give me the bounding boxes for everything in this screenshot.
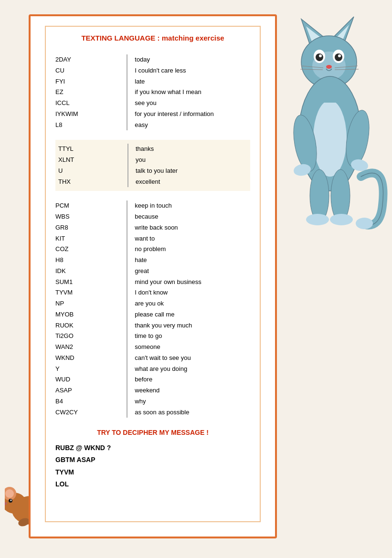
inner-border: TEXTING LANGUAGE : matching exercise 2DA… <box>45 26 261 522</box>
abbr-item: CU <box>55 65 119 76</box>
abbr-item: WKND <box>55 353 119 364</box>
abbr-item: FYI <box>55 76 119 87</box>
abbr-item: U <box>58 166 120 177</box>
meaning-item: why <box>135 396 250 407</box>
meaning-item: hate <box>135 255 250 266</box>
decipher-lines: RUBZ @ WKND ?GBTM ASAPTYVMLOL <box>55 442 250 490</box>
abbr-item: MYOB <box>55 309 119 320</box>
meaning-item: talk to you later <box>136 166 247 177</box>
abbr-item: ASAP <box>55 385 119 396</box>
section3-abbrs: PCMWBSGR8KITCOZH8IDKSUM1TYVMNPMYOBRUOKTi… <box>55 200 119 418</box>
abbr-item: 2DAY <box>55 54 119 65</box>
svg-point-27 <box>330 214 353 225</box>
section2-meanings: thanksyoutalk to you laterexcellent <box>136 144 247 187</box>
svg-point-32 <box>5 489 14 498</box>
abbr-item: Y <box>55 364 119 375</box>
meaning-item: no problem <box>135 244 250 255</box>
meaning-item: thanks <box>136 144 247 155</box>
meaning-item: great <box>135 266 250 277</box>
section3-meanings: keep in touchbecausewrite back soonwant … <box>135 200 250 418</box>
main-card: TEXTING LANGUAGE : matching exercise 2DA… <box>29 14 277 538</box>
meaning-item: mind your own business <box>135 277 250 288</box>
meaning-item: you <box>136 155 247 166</box>
abbr-item: ICCL <box>55 98 119 109</box>
svg-point-28 <box>356 218 373 229</box>
meaning-item: time to go <box>135 331 250 342</box>
abbr-item: GR8 <box>55 222 119 233</box>
abbr-item: XLNT <box>58 155 120 166</box>
abbr-item: TTYL <box>58 144 120 155</box>
meaning-item: easy <box>135 120 250 131</box>
meaning-item: want to <box>135 233 250 244</box>
meaning-item: what are you doing <box>135 364 250 375</box>
meaning-item: someone <box>135 342 250 353</box>
meaning-item: keep in touch <box>135 200 250 211</box>
section3: PCMWBSGR8KITCOZH8IDKSUM1TYVMNPMYOBRUOKTi… <box>55 197 250 421</box>
meaning-item: as soon as possible <box>135 407 250 418</box>
abbr-item: RUOK <box>55 320 119 331</box>
svg-point-12 <box>326 65 332 69</box>
svg-point-10 <box>319 54 322 57</box>
decipher-line: GBTM ASAP <box>55 454 250 466</box>
abbr-item: NP <box>55 298 119 309</box>
decipher-line: LOL <box>55 478 250 490</box>
page-wrapper: TEXTING LANGUAGE : matching exercise 2DA… <box>0 0 392 558</box>
cat-decoration <box>287 10 392 272</box>
meaning-item: weekend <box>135 385 250 396</box>
meaning-item: late <box>135 76 250 87</box>
svg-point-11 <box>338 54 341 57</box>
abbr-item: IDK <box>55 266 119 277</box>
meaning-item: I couldn't care less <box>135 65 250 76</box>
abbr-item: CW2CY <box>55 407 119 418</box>
meaning-item: see you <box>135 98 250 109</box>
svg-rect-19 <box>317 84 343 103</box>
meaning-item: I don't know <box>135 287 250 298</box>
meaning-item: today <box>135 54 250 65</box>
meaning-item: thank you very much <box>135 320 250 331</box>
meaning-item: are you ok <box>135 298 250 309</box>
svg-point-18 <box>313 100 347 177</box>
section1-meanings: todayI couldn't care lesslateif you know… <box>135 54 250 130</box>
abbr-item: IYKWIM <box>55 109 119 120</box>
meaning-item: write back soon <box>135 222 250 233</box>
abbr-item: SUM1 <box>55 277 119 288</box>
abbr-item: EZ <box>55 87 119 98</box>
abbr-item: WBS <box>55 211 119 222</box>
abbr-item: WUD <box>55 374 119 385</box>
svg-point-8 <box>316 53 323 61</box>
abbr-item: THX <box>58 177 120 188</box>
svg-point-34 <box>11 500 12 501</box>
meaning-item: please call me <box>135 309 250 320</box>
abbr-item: H8 <box>55 255 119 266</box>
meaning-item: excellent <box>136 177 247 188</box>
meaning-item: if you know what I mean <box>135 87 250 98</box>
meaning-item: for your interest / information <box>135 109 250 120</box>
decipher-title: TRY TO DECIPHER MY MESSAGE ! <box>55 429 250 436</box>
abbr-item: Ti2GO <box>55 331 119 342</box>
abbr-item: COZ <box>55 244 119 255</box>
section1: 2DAYCUFYIEZICCLIYKWIML8 todayI couldn't … <box>55 51 250 134</box>
meaning-item: can't wait to see you <box>135 353 250 364</box>
decipher-line: RUBZ @ WKND ? <box>55 442 250 454</box>
meaning-item: before <box>135 374 250 385</box>
page-title: TEXTING LANGUAGE : matching exercise <box>55 34 250 42</box>
abbr-item: WAN2 <box>55 342 119 353</box>
abbr-item: KIT <box>55 233 119 244</box>
abbr-item: B4 <box>55 396 119 407</box>
abbr-item: PCM <box>55 200 119 211</box>
svg-point-9 <box>335 53 342 61</box>
section2-abbrs: TTYLXLNTUTHX <box>58 144 120 187</box>
abbr-item: TYVM <box>55 287 119 298</box>
meaning-item: because <box>135 211 250 222</box>
section2: TTYLXLNTUTHX thanksyoutalk to you latere… <box>55 140 250 191</box>
section1-abbrs: 2DAYCUFYIEZICCLIYKWIML8 <box>55 54 119 130</box>
svg-point-26 <box>306 214 329 225</box>
decipher-line: TYVM <box>55 466 250 478</box>
abbr-item: L8 <box>55 120 119 131</box>
